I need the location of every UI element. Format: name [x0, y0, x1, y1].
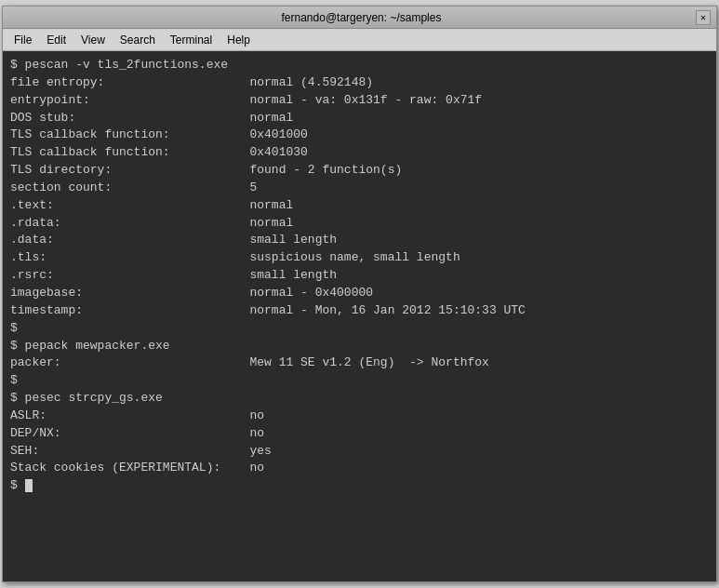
terminal-line: Stack cookies (EXPERIMENTAL): no	[10, 460, 709, 477]
terminal-line: $ pescan -v tls_2functions.exe	[10, 57, 709, 74]
terminal-line: SEH: yes	[10, 443, 709, 461]
window-title: fernando@targeryen: ~/samples	[27, 11, 696, 24]
terminal-line: $	[10, 477, 709, 495]
terminal-line: file entropy: normal (4.592148)	[10, 74, 709, 92]
menu-terminal[interactable]: Terminal	[163, 32, 220, 48]
terminal-line: TLS callback function: 0x401000	[10, 127, 709, 144]
terminal-line: packer: Mew 11 SE v1.2 (Eng) -> Northfox	[10, 354, 709, 372]
menu-edit[interactable]: Edit	[39, 32, 73, 48]
terminal-line: .rdata: normal	[10, 215, 709, 233]
terminal-line: TLS directory: found - 2 function(s)	[10, 162, 709, 180]
terminal-output[interactable]: $ pescan -v tls_2functions.exefile entro…	[3, 51, 716, 581]
terminal-line: DEP/NX: no	[10, 425, 709, 443]
terminal-line: entrypoint: normal - va: 0x131f - raw: 0…	[10, 92, 709, 110]
menu-view[interactable]: View	[73, 32, 113, 48]
terminal-line: section count: 5	[10, 180, 709, 197]
terminal-line: DOS stub: normal	[10, 110, 709, 127]
terminal-line: .tls: suspicious name, small length	[10, 249, 709, 267]
terminal-line: $	[10, 320, 709, 338]
terminal-line: .rsrc: small length	[10, 267, 709, 285]
terminal-window: fernando@targeryen: ~/samples ✕ File Edi…	[2, 6, 717, 582]
terminal-line: $ pepack mewpacker.exe	[10, 338, 709, 355]
terminal-line: timestamp: normal - Mon, 16 Jan 2012 15:…	[10, 302, 709, 320]
close-button[interactable]: ✕	[696, 10, 711, 25]
title-bar: fernando@targeryen: ~/samples ✕	[3, 7, 716, 29]
menu-help[interactable]: Help	[220, 32, 258, 48]
terminal-line: $	[10, 372, 709, 390]
menu-bar: File Edit View Search Terminal Help	[3, 29, 716, 51]
terminal-cursor	[25, 479, 33, 492]
terminal-line: ASLR: no	[10, 408, 709, 425]
terminal-line: TLS callback function: 0x401030	[10, 144, 709, 162]
terminal-line: .data: small length	[10, 232, 709, 249]
menu-search[interactable]: Search	[113, 32, 163, 48]
menu-file[interactable]: File	[7, 32, 39, 48]
terminal-line: .text: normal	[10, 197, 709, 215]
terminal-line: $ pesec strcpy_gs.exe	[10, 390, 709, 408]
terminal-line: imagebase: normal - 0x400000	[10, 285, 709, 302]
